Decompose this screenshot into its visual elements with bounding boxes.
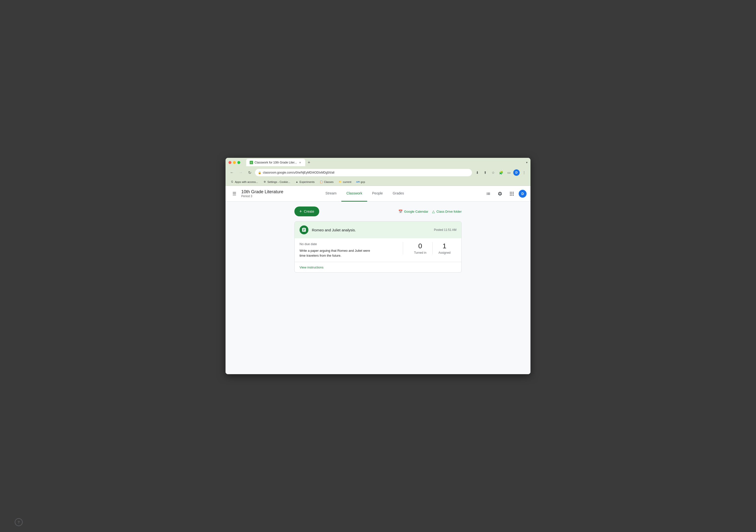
assignment-stats: 0 Turned in 1 Assigned	[403, 242, 456, 254]
classwork-main: + Create 📅 Google Calendar △ Class Drive…	[226, 201, 530, 374]
classwork-toolbar: + Create 📅 Google Calendar △ Class Drive…	[294, 206, 462, 216]
class-name: 10th Grade Literature	[241, 189, 283, 195]
share-icon[interactable]: ⬆	[482, 169, 489, 176]
bookmark-classes[interactable]: 📋 Classes	[317, 179, 336, 185]
google-calendar-link[interactable]: 📅 Google Calendar	[398, 209, 428, 213]
drive-icon: △	[432, 209, 435, 213]
maximize-button[interactable]	[237, 161, 240, 164]
classes-icon: 📋	[319, 180, 323, 184]
assignment-title: Romeo and Juliet analysis.	[312, 228, 431, 232]
assignment-info: No due date Write a paper arguing that R…	[300, 242, 398, 258]
bookmark-settings[interactable]: ⚙ Settings - Cookie...	[261, 179, 292, 185]
assignment-description: Write a paper arguing that Romeo and Jul…	[300, 248, 398, 258]
download-icon[interactable]: ⬇	[474, 169, 481, 176]
class-drive-link[interactable]: △ Class Drive folder	[432, 209, 462, 213]
tab-stream[interactable]: Stream	[320, 186, 341, 201]
bookmark-current[interactable]: 📁 current	[337, 179, 353, 185]
address-bar-row: ← → ↻ 🔒 classroom.google.com/u/0/w/NjEyM…	[226, 167, 530, 178]
bookmark-settings-label: Settings - Cookie...	[267, 180, 290, 183]
api-icon: API	[356, 180, 360, 184]
minimize-button[interactable]	[233, 161, 236, 164]
bookmark-apps[interactable]: G Apps with access...	[229, 179, 260, 185]
forward-button[interactable]: →	[237, 169, 244, 176]
nav-tabs: Stream Classwork People Grades	[320, 186, 409, 201]
browser-window: C Classwork for 10th Grade Liter... ✕ + …	[226, 158, 530, 374]
google-apps-button[interactable]	[507, 189, 517, 199]
create-button[interactable]: + Create	[294, 206, 319, 216]
bookmark-experiments-label: Experiments	[300, 180, 314, 183]
folder-icon: 📁	[338, 180, 342, 184]
sidebar-icon[interactable]: ▭	[505, 169, 512, 176]
lock-icon: 🔒	[258, 171, 261, 174]
bookmark-icon[interactable]: ☆	[490, 169, 497, 176]
tab-people[interactable]: People	[367, 186, 388, 201]
bookmark-gcp-label: gcp	[361, 180, 365, 183]
active-tab[interactable]: C Classwork for 10th Grade Liter... ✕	[246, 159, 305, 166]
menu-button[interactable]: ☰	[230, 189, 239, 199]
address-bar[interactable]: 🔒 classroom.google.com/u/0/w/NjEyMDI4ODI…	[255, 169, 472, 176]
assignment-due-date: No due date	[300, 242, 398, 246]
plus-icon: +	[299, 209, 302, 214]
tab-favicon: C	[250, 161, 253, 164]
turned-in-label: Turned in	[414, 251, 426, 254]
grid-icon	[510, 192, 514, 196]
assignment-body: No due date Write a paper arguing that R…	[295, 238, 461, 262]
bookmarks-bar: G Apps with access... ⚙ Settings - Cooki…	[226, 178, 530, 186]
turned-in-stat: 0 Turned in	[408, 242, 432, 254]
assignment-header: Romeo and Juliet analysis. Posted 11:51 …	[295, 222, 461, 238]
close-button[interactable]	[229, 161, 231, 164]
extension-icon[interactable]: 🧩	[498, 169, 504, 176]
profile-avatar[interactable]: D	[519, 190, 526, 198]
traffic-lights	[229, 161, 240, 164]
tab-grades[interactable]: Grades	[388, 186, 409, 201]
tab-close-button[interactable]: ✕	[298, 161, 302, 164]
class-title-area: 10th Grade Literature Period 3	[241, 189, 283, 198]
view-instructions-link[interactable]: View instructions	[300, 266, 323, 269]
gc-header: ☰ 10th Grade Literature Period 3 Stream …	[226, 186, 530, 201]
bookmark-experiments[interactable]: ▲ Experiments	[293, 179, 316, 185]
bookmark-current-label: current	[343, 180, 351, 183]
assignment-posted: Posted 11:51 AM	[434, 228, 456, 231]
calendar-icon: 📅	[398, 209, 403, 213]
app-content: ☰ 10th Grade Literature Period 3 Stream …	[226, 186, 530, 374]
gear-icon	[498, 191, 502, 196]
url-text: classroom.google.com/u/0/w/NjEyMDI4ODIxM…	[263, 171, 469, 174]
bookmark-gcp[interactable]: API gcp	[354, 179, 367, 185]
class-drive-label: Class Drive folder	[436, 210, 462, 213]
more-options-icon[interactable]: ⋮	[521, 169, 527, 176]
back-button[interactable]: ←	[229, 169, 235, 176]
tab-title: Classwork for 10th Grade Liter...	[255, 161, 297, 164]
google-icon: G	[230, 180, 234, 184]
assigned-stat: 1 Assigned	[432, 242, 456, 254]
google-calendar-label: Google Calendar	[404, 210, 428, 213]
tab-bar: C Classwork for 10th Grade Liter... ✕ +	[246, 159, 312, 166]
bookmark-classes-label: Classes	[324, 180, 334, 183]
tab-classwork[interactable]: Classwork	[341, 186, 367, 201]
display-options-button[interactable]	[483, 189, 493, 199]
turned-in-count: 0	[414, 242, 426, 250]
title-bar: C Classwork for 10th Grade Liter... ✕ + …	[226, 158, 530, 167]
class-period: Period 3	[241, 195, 283, 198]
reload-button[interactable]: ↻	[246, 169, 253, 176]
assigned-label: Assigned	[439, 251, 450, 254]
assignment-type-icon	[300, 226, 309, 234]
create-label: Create	[304, 209, 314, 213]
settings-icon: ⚙	[263, 180, 266, 184]
chevron-down-icon[interactable]: ▾	[526, 161, 527, 164]
new-tab-button[interactable]: +	[306, 160, 312, 165]
assignment-footer: View instructions	[295, 262, 461, 272]
clipboard-icon	[302, 227, 307, 232]
classwork-links: 📅 Google Calendar △ Class Drive folder	[398, 209, 462, 213]
experiments-icon: ▲	[295, 180, 299, 184]
assigned-count: 1	[439, 242, 450, 250]
display-icon	[486, 191, 491, 196]
header-actions: D	[483, 189, 526, 199]
assignment-card: Romeo and Juliet analysis. Posted 11:51 …	[294, 221, 462, 273]
toolbar-icons: ⬇ ⬆ ☆ 🧩 ▭ D ⋮	[474, 169, 527, 176]
settings-button[interactable]	[495, 189, 505, 199]
bookmark-apps-label: Apps with access...	[235, 180, 258, 183]
profile-avatar-small[interactable]: D	[513, 170, 520, 176]
